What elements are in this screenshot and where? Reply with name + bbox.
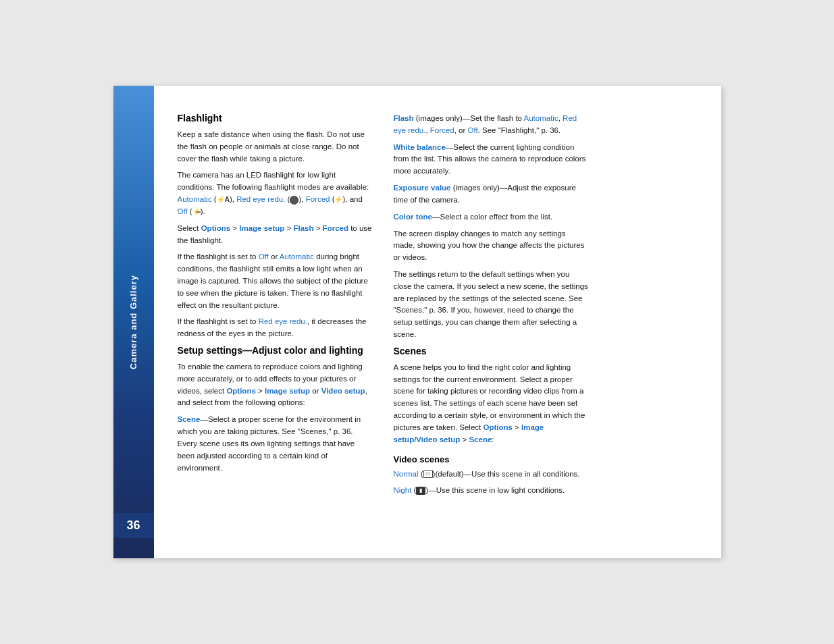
scene-label: Scene bbox=[178, 415, 201, 423]
white-balance-label: White balance bbox=[394, 143, 446, 151]
off-right-link: Off bbox=[467, 126, 477, 134]
forced2-link: Forced bbox=[323, 224, 348, 232]
forced-link: Forced bbox=[306, 195, 330, 203]
settings-return-para: The settings return to the default setti… bbox=[394, 269, 590, 341]
page-container: Camera and Gallery 36 Flashlight Keep a … bbox=[113, 86, 721, 558]
setup-para1: To enable the camera to reproduce colors… bbox=[178, 361, 373, 409]
off-link: Off bbox=[178, 207, 188, 215]
scenes-title: Scenes bbox=[394, 346, 590, 356]
exposure-label: Exposure value bbox=[394, 184, 451, 192]
flashlight-para3: Select Options > Image setup > Flash > F… bbox=[178, 223, 373, 247]
left-column: Flashlight Keep a safe distance when usi… bbox=[178, 113, 373, 531]
flashlight-title: Flashlight bbox=[178, 113, 373, 124]
auto-link: Automatic bbox=[178, 195, 212, 203]
page-number-box: 36 bbox=[113, 513, 154, 538]
setup-title: Setup settings—Adjust color and lighting bbox=[178, 345, 373, 356]
normal-label: Normal bbox=[394, 470, 419, 478]
forced-right-link: Forced bbox=[430, 126, 454, 134]
image-setup2-link: Image setup bbox=[265, 387, 310, 395]
red-eye2-link: Red eye redu. bbox=[259, 317, 307, 325]
normal-scene-item: Normal (▭)(default)—Use this scene in al… bbox=[394, 468, 590, 481]
flash-link: Flash bbox=[293, 224, 313, 232]
options-right-link: Options bbox=[483, 423, 512, 431]
flashlight-para1: Keep a safe distance when using the flas… bbox=[178, 129, 373, 165]
flashlight-para4: If the flashlight is set to Off or Autom… bbox=[178, 251, 373, 311]
flashlight-para2: The camera has an LED flashlight for low… bbox=[178, 169, 373, 217]
night-scene-item: Night (▮)—Use this scene in low light co… bbox=[394, 485, 590, 497]
right-column: Flash (images only)—Set the flash to Aut… bbox=[394, 113, 590, 531]
page-number: 36 bbox=[126, 518, 140, 532]
screen-display-para: The screen display changes to match any … bbox=[394, 228, 590, 264]
video-setup-link: Video setup bbox=[321, 387, 365, 395]
off2-link: Off bbox=[259, 252, 269, 261]
auto2-link: Automatic bbox=[280, 252, 314, 261]
auto-icon: ⚡A bbox=[217, 194, 230, 205]
night-icon: ▮ bbox=[416, 487, 425, 495]
night-label: Night bbox=[394, 486, 412, 494]
scenes-para: A scene helps you to find the right colo… bbox=[394, 362, 590, 446]
flash-right-label: Flash bbox=[394, 114, 414, 122]
flashlight-para5: If the flashlight is set to Red eye redu… bbox=[178, 316, 373, 340]
scene-item: Scene—Select a proper scene for the envi… bbox=[178, 414, 373, 474]
exposure-item: Exposure value (images only)—Adjust the … bbox=[394, 182, 590, 207]
red-eye-icon bbox=[290, 196, 298, 205]
flash-item: Flash (images only)—Set the flash to Aut… bbox=[394, 113, 590, 137]
forced-icon: ⚡ bbox=[334, 194, 342, 205]
red-eye-link: Red eye redu. bbox=[236, 195, 285, 203]
sidebar: Camera and Gallery 36 bbox=[113, 86, 154, 558]
auto-right-link: Automatic bbox=[524, 114, 558, 122]
normal-icon: ▭ bbox=[423, 470, 433, 478]
color-tone-label: Color tone bbox=[394, 213, 433, 221]
video-scenes-title: Video scenes bbox=[394, 454, 590, 464]
options2-link: Options bbox=[226, 387, 255, 395]
color-tone-item: Color tone—Select a color effect from th… bbox=[394, 211, 590, 223]
options-link: Options bbox=[201, 224, 230, 232]
sidebar-label: Camera and Gallery bbox=[128, 275, 138, 369]
scene-right-label: Scene bbox=[469, 435, 492, 444]
off-icon: ⚡̶ bbox=[192, 207, 201, 217]
white-balance-item: White balance—Select the current lightin… bbox=[394, 142, 590, 178]
main-content: Flashlight Keep a safe distance when usi… bbox=[154, 86, 721, 558]
image-setup-link: Image setup bbox=[239, 224, 284, 232]
